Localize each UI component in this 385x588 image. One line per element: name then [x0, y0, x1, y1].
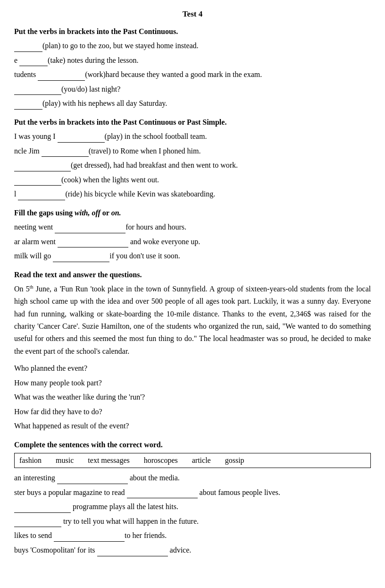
section-3: Fill the gaps using with, off or on. nee…	[14, 209, 371, 262]
list-item: What happened as result of the event?	[14, 420, 371, 432]
list-item: e (take) notes during the lesson.	[14, 54, 371, 67]
list-item: try to tell you what will happen in the …	[14, 515, 371, 528]
section-2-instruction: Put the verbs in brackets into the Past …	[14, 118, 371, 127]
list-item: I was young I (play) in the school footb…	[14, 130, 371, 143]
list-item: ncle Jim (travel) to Rome when I phoned …	[14, 145, 371, 157]
list-item: ster buys a popular magazine to read abo…	[14, 486, 371, 499]
list-item: How far did they have to do?	[14, 406, 371, 418]
section-2: Put the verbs in brackets into the Past …	[14, 118, 371, 200]
section-3-instruction: Fill the gaps using with, off or on.	[14, 209, 371, 217]
list-item: an interesting about the media.	[14, 472, 371, 484]
word-item: fashion	[19, 456, 42, 465]
section-4-instruction: Read the text and answer the questions.	[14, 271, 371, 279]
list-item: tudents (work)hard because they wanted a…	[14, 68, 371, 81]
list-item: programme plays all the latest hits.	[14, 501, 371, 513]
list-item: What was the weather like during the 'ru…	[14, 391, 371, 403]
list-item: (get dressed), had had breakfast and the…	[14, 159, 371, 171]
section-1-instruction: Put the verbs in brackets into the Past …	[14, 27, 371, 36]
word-item: horoscopes	[144, 456, 178, 465]
list-item: buys 'Cosmopolitan' for its advice.	[14, 544, 371, 556]
word-item: gossip	[225, 456, 244, 465]
list-item: neeting went for hours and hours.	[14, 221, 371, 233]
list-item: How many people took part?	[14, 377, 371, 389]
list-item: Who planned the event?	[14, 362, 371, 375]
section-1: Put the verbs in brackets into the Past …	[14, 27, 371, 110]
word-item: music	[56, 456, 74, 465]
list-item: (plan) to go to the zoo, but we stayed h…	[14, 40, 371, 52]
page-title: Test 4	[14, 9, 371, 19]
word-item: article	[192, 456, 211, 465]
list-item: (play) with his nephews all day Saturday…	[14, 97, 371, 110]
list-item: (you/do) last night?	[14, 83, 371, 95]
list-item: ar alarm went and woke everyone up.	[14, 236, 371, 248]
list-item: likes to send to her friends.	[14, 529, 371, 542]
reading-passage: On 5th June, a 'Fun Run 'took place in t…	[14, 283, 371, 358]
section-5-instruction: Complete the sentences with the correct …	[14, 441, 371, 449]
section-4: Read the text and answer the questions. …	[14, 271, 371, 432]
word-box: fashion music text messages horoscopes a…	[14, 453, 371, 468]
word-item: text messages	[88, 456, 129, 465]
section-5: Complete the sentences with the correct …	[14, 441, 371, 556]
list-item: milk will go if you don't use it soon.	[14, 250, 371, 262]
list-item: l (ride) his bicycle while Kevin was ska…	[14, 188, 371, 200]
list-item: (cook) when the lights went out.	[14, 174, 371, 186]
